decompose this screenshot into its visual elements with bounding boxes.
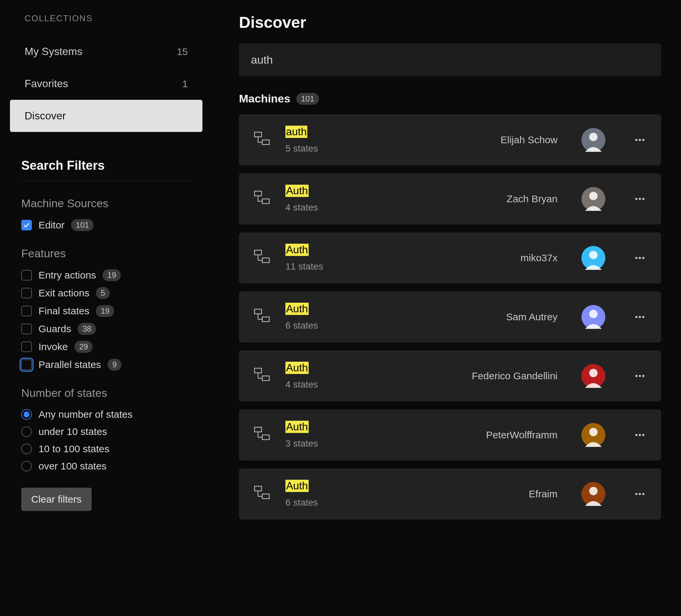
- feature-final-states[interactable]: Final states19: [21, 305, 202, 317]
- more-options-button[interactable]: [632, 368, 648, 384]
- collection-label: Favorites: [25, 78, 68, 90]
- machine-card[interactable]: auth5 statesElijah Schow: [239, 114, 661, 165]
- num-states-title: Number of states: [21, 386, 202, 400]
- machine-list: auth5 statesElijah SchowAuth4 statesZach…: [239, 114, 661, 519]
- svg-rect-9: [255, 191, 261, 196]
- svg-rect-48: [262, 435, 269, 439]
- feature-count-badge: 29: [74, 341, 93, 353]
- machine-author: Sam Autrey: [506, 311, 558, 323]
- svg-rect-36: [255, 368, 261, 373]
- feature-invoke[interactable]: Invoke29: [21, 341, 202, 353]
- source-editor[interactable]: Editor101: [21, 219, 202, 231]
- checkbox[interactable]: [21, 324, 32, 334]
- svg-point-61: [639, 493, 641, 495]
- feature-entry-actions[interactable]: Entry actions19: [21, 269, 202, 281]
- machine-info: Auth4 states: [285, 362, 457, 390]
- avatar[interactable]: [581, 246, 605, 270]
- feature-label: Final states: [39, 305, 89, 317]
- feature-count-badge: 9: [107, 359, 121, 371]
- radio[interactable]: [21, 426, 32, 437]
- svg-rect-57: [262, 494, 269, 499]
- state-machine-icon: [252, 485, 271, 503]
- svg-point-33: [635, 316, 637, 318]
- feature-exit-actions[interactable]: Exit actions5: [21, 287, 202, 299]
- collections-list: My Systems15Favorites1Discover: [10, 35, 202, 132]
- collection-item-my-systems[interactable]: My Systems15: [10, 35, 202, 68]
- avatar[interactable]: [581, 482, 605, 506]
- machine-info: Auth11 states: [285, 244, 506, 272]
- checkbox[interactable]: [21, 270, 32, 280]
- svg-point-15: [635, 198, 637, 200]
- radio[interactable]: [21, 444, 32, 454]
- checkbox[interactable]: [21, 306, 32, 316]
- source-count-badge: 101: [71, 219, 94, 231]
- clear-filters-button[interactable]: Clear filters: [21, 488, 92, 511]
- machine-card[interactable]: Auth11 statesmiko37x: [239, 233, 661, 284]
- radio[interactable]: [21, 409, 32, 420]
- machine-name: Auth: [285, 303, 309, 315]
- machine-info: Auth6 states: [285, 480, 514, 508]
- avatar[interactable]: [581, 128, 605, 152]
- search-input[interactable]: [239, 44, 661, 76]
- machine-info: auth5 states: [285, 126, 486, 154]
- feature-count-badge: 19: [96, 305, 114, 317]
- state-machine-icon: [252, 308, 271, 326]
- feature-count-badge: 19: [103, 269, 121, 281]
- svg-rect-0: [255, 132, 261, 137]
- machine-states: 5 states: [285, 143, 318, 154]
- avatar[interactable]: [581, 305, 605, 329]
- more-options-button[interactable]: [632, 427, 648, 443]
- svg-point-60: [635, 493, 637, 495]
- feature-guards[interactable]: Guards38: [21, 323, 202, 335]
- state-machine-icon: [252, 190, 271, 208]
- num-states-option[interactable]: 10 to 100 states: [21, 443, 202, 455]
- machine-name: Auth: [285, 421, 309, 433]
- num-states-option[interactable]: Any number of states: [21, 409, 202, 420]
- checkbox[interactable]: [21, 288, 32, 298]
- avatar[interactable]: [581, 423, 605, 447]
- avatar[interactable]: [581, 364, 605, 388]
- svg-point-59: [589, 487, 597, 495]
- more-options-button[interactable]: [632, 486, 648, 502]
- checkbox[interactable]: [21, 342, 32, 352]
- collection-item-favorites[interactable]: Favorites1: [10, 68, 202, 100]
- avatar[interactable]: [581, 187, 605, 211]
- checkbox[interactable]: [21, 220, 32, 231]
- machine-name: auth: [285, 126, 307, 138]
- more-options-button[interactable]: [632, 250, 648, 266]
- machine-card[interactable]: Auth4 statesZach Bryan: [239, 173, 661, 224]
- num-states-option[interactable]: over 100 states: [21, 460, 202, 472]
- machine-states: 4 states: [285, 202, 318, 213]
- machine-states: 11 states: [285, 261, 323, 271]
- state-machine-icon: [252, 131, 271, 149]
- features-group: Features Entry actions19Exit actions5Fin…: [21, 247, 202, 371]
- machine-card[interactable]: Auth6 statesSam Autrey: [239, 291, 661, 343]
- machine-card[interactable]: Auth3 statesPeterWolfframm: [239, 409, 661, 460]
- collection-item-discover[interactable]: Discover: [10, 100, 202, 132]
- sidebar: COLLECTIONS My Systems15Favorites1Discov…: [0, 0, 212, 616]
- feature-label: Invoke: [39, 341, 68, 352]
- radio[interactable]: [21, 461, 32, 472]
- collection-count: 15: [177, 46, 188, 57]
- collection-label: Discover: [25, 110, 66, 122]
- more-options-button[interactable]: [632, 191, 648, 207]
- results-title: Machines: [239, 92, 291, 105]
- machine-states: 4 states: [285, 379, 318, 390]
- machine-name: Auth: [285, 185, 309, 197]
- machine-card[interactable]: Auth6 statesEfraim: [239, 468, 661, 519]
- svg-point-8: [642, 139, 645, 141]
- num-states-option[interactable]: under 10 states: [21, 426, 202, 437]
- page-title: Discover: [239, 13, 661, 31]
- feature-parallel-states[interactable]: Parallel states9: [21, 359, 202, 371]
- search-filters-title: Search Filters: [21, 159, 202, 173]
- more-options-button[interactable]: [632, 132, 648, 148]
- svg-point-5: [589, 133, 597, 141]
- results-header: Machines 101: [239, 92, 661, 105]
- machine-sources-group: Machine Sources Editor101: [21, 197, 202, 231]
- svg-point-24: [635, 257, 637, 259]
- more-options-button[interactable]: [632, 309, 648, 325]
- machine-card[interactable]: Auth4 statesFederico Gandellini: [239, 350, 661, 401]
- checkbox[interactable]: [21, 359, 32, 370]
- machine-author: miko37x: [520, 252, 558, 264]
- machine-sources-title: Machine Sources: [21, 197, 202, 210]
